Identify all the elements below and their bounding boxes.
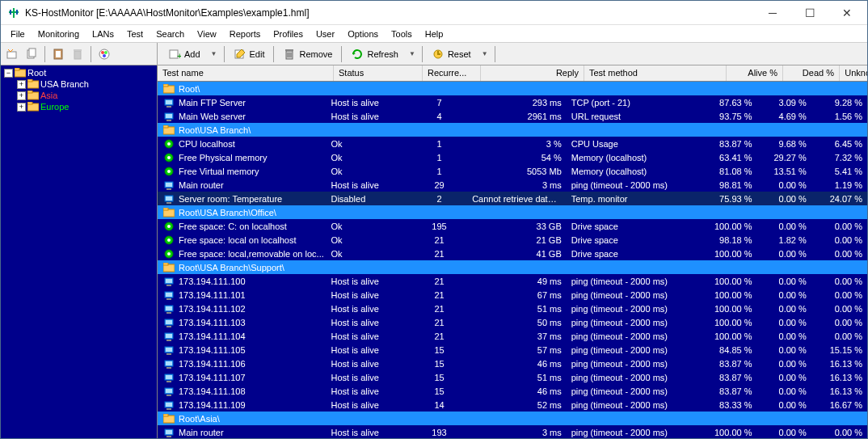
test-row[interactable]: 173.194.111.101Host is alive2167 msping … xyxy=(158,288,867,302)
column-header[interactable]: Alive % xyxy=(727,65,783,81)
group-row[interactable]: Root\ xyxy=(158,82,867,95)
alive-cell: 83.33 % xyxy=(702,399,756,411)
reset-dropdown[interactable]: ▼ xyxy=(478,50,491,57)
tree-root[interactable]: − Root xyxy=(2,67,155,78)
test-row[interactable]: Main FTP ServerHost is alive7293 msTCP (… xyxy=(158,95,867,109)
column-header[interactable]: Dead % xyxy=(783,65,840,81)
folder-icon xyxy=(162,207,175,218)
folder-icon xyxy=(27,79,39,89)
method-cell: ping (timeout - 2000 ms) xyxy=(567,317,702,328)
paste-icon[interactable] xyxy=(50,46,66,62)
palette-icon[interactable] xyxy=(96,46,112,62)
test-row[interactable]: Server room: TemperatureDisabled2Cannot … xyxy=(158,192,867,205)
column-header[interactable]: Test name xyxy=(158,65,334,81)
menu-reports[interactable]: Reports xyxy=(223,27,268,41)
group-row[interactable]: Root\USA Branch\Support\ xyxy=(158,260,867,274)
folder-icon xyxy=(162,413,175,424)
column-header[interactable]: Test method xyxy=(584,65,727,81)
collapse-icon[interactable]: − xyxy=(4,69,13,78)
menu-lans[interactable]: LANs xyxy=(86,27,120,41)
add-button[interactable]: + Add xyxy=(162,45,206,63)
close-button[interactable]: ✕ xyxy=(828,1,866,25)
dead-cell: 0.00 % xyxy=(756,179,811,191)
test-row[interactable]: Free Virtual memoryOk15053 MbMemory (loc… xyxy=(158,164,867,178)
test-row[interactable]: Main routerHost is alive1933 msping (tim… xyxy=(158,425,867,438)
unknown-cell: 0.00 % xyxy=(811,317,867,328)
test-row[interactable]: Main routerHost is alive293 msping (time… xyxy=(158,178,867,192)
test-row[interactable]: CPU localhostOk13 %CPU Usage83.87 %9.68 … xyxy=(158,137,867,150)
dead-cell: 29.27 % xyxy=(756,152,811,163)
test-row[interactable]: 173.194.111.107Host is alive1551 msping … xyxy=(158,370,867,384)
test-name: Main router xyxy=(179,428,224,437)
menu-file[interactable]: File xyxy=(4,27,32,41)
test-name: 173.194.111.101 xyxy=(179,290,246,300)
svg-rect-9 xyxy=(74,51,81,59)
dead-cell: 0.00 % xyxy=(756,289,811,301)
test-row[interactable]: Free Physical memoryOk154 %Memory (local… xyxy=(158,150,867,164)
menu-profiles[interactable]: Profiles xyxy=(267,27,310,41)
expand-icon[interactable]: + xyxy=(17,91,26,100)
unknown-cell: 15.15 % xyxy=(811,344,867,356)
group-row[interactable]: Root\Asia\ xyxy=(158,412,867,425)
menu-search[interactable]: Search xyxy=(150,27,191,41)
tree-node-usa-branch[interactable]: +USA Branch xyxy=(15,78,155,90)
unknown-cell: 0.00 % xyxy=(811,234,867,246)
copy-icon[interactable] xyxy=(23,46,40,62)
test-row[interactable]: 173.194.111.103Host is alive2150 msping … xyxy=(158,315,867,329)
test-row[interactable]: 173.194.111.109Host is alive1452 msping … xyxy=(158,398,867,412)
test-row[interactable]: Free space: C: on localhostOk19533 GBDri… xyxy=(158,219,867,233)
expand-icon[interactable]: + xyxy=(17,103,26,112)
test-row[interactable]: Free space: local,removable on loc...Ok2… xyxy=(158,247,867,260)
column-header[interactable]: Status xyxy=(334,65,423,81)
menu-view[interactable]: View xyxy=(191,27,223,41)
column-header[interactable]: Reply xyxy=(481,65,584,81)
test-row[interactable]: 173.194.111.100Host is alive2149 msping … xyxy=(158,274,867,288)
menu-options[interactable]: Options xyxy=(341,27,385,41)
reply-cell: 33 GB xyxy=(467,221,567,232)
expand-icon[interactable]: + xyxy=(17,80,26,89)
recurrence-cell: 21 xyxy=(411,331,467,342)
test-name: Free space: local on localhost xyxy=(179,235,297,245)
refresh-dropdown[interactable]: ▼ xyxy=(406,50,419,57)
column-header[interactable]: Unknown % xyxy=(840,65,867,81)
dead-cell: 13.51 % xyxy=(756,166,811,177)
refresh-button[interactable]: Refresh xyxy=(345,45,404,63)
new-folder-icon[interactable] xyxy=(4,46,20,62)
svg-rect-3 xyxy=(16,10,18,15)
remove-button[interactable]: Remove xyxy=(277,45,338,63)
tree-node-europe[interactable]: +Europe xyxy=(15,101,155,112)
edit-label: Edit xyxy=(250,49,265,59)
group-row[interactable]: Root\USA Branch\ xyxy=(158,123,867,137)
test-row[interactable]: 173.194.111.108Host is alive1546 msping … xyxy=(158,384,867,398)
reset-button[interactable]: Reset xyxy=(426,45,477,63)
svg-rect-57 xyxy=(163,208,168,210)
column-header[interactable]: Recurre... xyxy=(423,65,481,81)
delete-icon[interactable] xyxy=(70,46,86,62)
group-row[interactable]: Root\USA Branch\Office\ xyxy=(158,205,867,219)
unknown-cell: 0.00 % xyxy=(811,221,867,232)
test-row[interactable]: Free space: local on localhostOk2121 GBD… xyxy=(158,233,867,247)
test-name: Main Web server xyxy=(179,112,246,121)
menu-test[interactable]: Test xyxy=(120,27,150,41)
menu-monitoring[interactable]: Monitoring xyxy=(32,27,86,41)
maximize-button[interactable]: ☐ xyxy=(791,1,828,25)
menu-tools[interactable]: Tools xyxy=(385,27,419,41)
edit-button[interactable]: Edit xyxy=(228,45,271,63)
reply-cell: 293 ms xyxy=(467,97,567,108)
menu-user[interactable]: User xyxy=(310,27,341,41)
test-row[interactable]: 173.194.111.104Host is alive2137 msping … xyxy=(158,329,867,343)
minimize-button[interactable]: ─ xyxy=(754,1,791,25)
tree-node-asia[interactable]: +Asia xyxy=(15,90,155,101)
menu-help[interactable]: Help xyxy=(419,27,450,41)
host-icon xyxy=(162,276,175,287)
add-dropdown[interactable]: ▼ xyxy=(208,50,221,57)
svg-rect-43 xyxy=(163,125,168,128)
tree-pane[interactable]: − Root +USA Branch+Asia+Europe xyxy=(1,65,158,438)
grid-body[interactable]: Root\Main FTP ServerHost is alive7293 ms… xyxy=(158,82,867,438)
recurrence-cell: 2 xyxy=(411,193,467,205)
test-row[interactable]: Main Web serverHost is alive42961 msURL … xyxy=(158,109,867,123)
svg-point-12 xyxy=(101,51,104,54)
test-row[interactable]: 173.194.111.102Host is alive2151 msping … xyxy=(158,302,867,315)
test-row[interactable]: 173.194.111.105Host is alive1557 msping … xyxy=(158,343,867,357)
test-row[interactable]: 173.194.111.106Host is alive1546 msping … xyxy=(158,357,867,370)
